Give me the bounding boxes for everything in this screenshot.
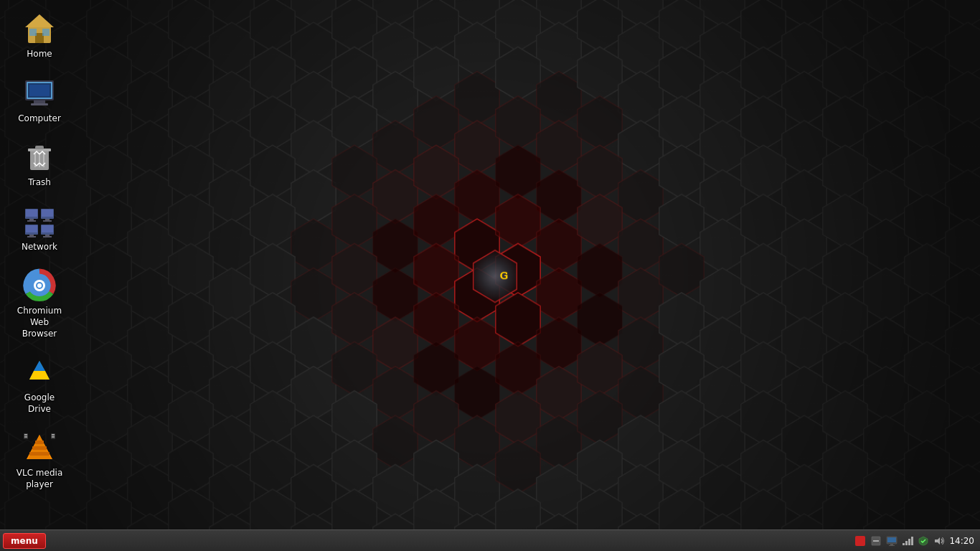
home-icon-label: Home [27,49,52,60]
svg-rect-47 [32,446,47,450]
svg-rect-54 [52,436,55,438]
googledrive-icon [22,355,57,390]
desktop: Home Computer [0,0,980,551]
taskbar-menu-button[interactable]: menu [3,533,46,549]
home-icon [22,11,57,46]
tray-display-icon[interactable] [886,535,897,547]
svg-rect-58 [887,537,896,542]
tray-signal-icon[interactable] [902,535,913,547]
vlc-icon [22,430,57,465]
svg-rect-60 [889,545,895,546]
svg-rect-10 [29,85,50,96]
vlc-icon-label: VLC media player [11,468,67,490]
svg-rect-46 [29,452,50,456]
svg-marker-43 [34,361,45,371]
googledrive-icon-label: Google Drive [11,392,67,415]
tray-red-square-icon[interactable] [854,535,866,547]
trash-icon-item[interactable]: Trash [7,136,72,193]
network-icon-item[interactable]: Network [7,200,72,258]
svg-rect-26 [26,225,37,232]
taskbar: menu [0,529,980,551]
svg-rect-61 [903,543,905,545]
chromium-icon-label: Chromium Web Browser [11,306,67,339]
chromium-icon-item[interactable]: Chromium Web Browser [7,264,72,344]
svg-rect-53 [52,434,55,435]
vlc-icon-item[interactable]: VLC media player [7,426,72,494]
tray-window-icon[interactable] [870,535,882,547]
computer-icon [22,76,57,110]
svg-point-38 [37,283,42,288]
svg-rect-63 [908,539,910,545]
desktop-icons: Home Computer [7,7,72,495]
taskbar-tray: 14:20 [854,535,980,547]
network-icon [22,204,57,239]
svg-rect-3 [29,29,37,36]
svg-rect-27 [29,235,34,236]
svg-rect-32 [43,236,52,237]
svg-rect-23 [45,219,50,220]
trash-icon-label: Trash [28,177,51,189]
trash-icon [22,140,57,174]
wallpaper [0,0,980,551]
svg-rect-4 [42,29,50,36]
svg-rect-48 [35,441,44,444]
svg-rect-50 [24,434,27,435]
svg-marker-65 [935,537,940,545]
home-icon-item[interactable]: Home [7,7,72,65]
svg-rect-13 [35,146,44,149]
svg-rect-22 [42,209,53,217]
svg-rect-8 [31,103,48,105]
svg-rect-28 [27,236,36,237]
svg-marker-1 [25,14,54,27]
svg-marker-42 [29,371,50,380]
svg-rect-24 [43,220,52,222]
svg-rect-19 [29,219,34,220]
tray-shield-icon[interactable] [918,535,929,547]
svg-rect-7 [34,100,45,103]
svg-rect-51 [24,436,27,438]
network-icon-label: Network [22,242,57,253]
svg-rect-30 [42,225,53,232]
svg-rect-20 [27,220,36,222]
chromium-icon [22,268,57,303]
svg-rect-31 [45,235,50,236]
computer-icon-item[interactable]: Computer [7,72,72,129]
svg-rect-59 [890,544,893,545]
taskbar-time: 14:20 [949,536,974,546]
svg-rect-62 [905,541,908,545]
svg-rect-64 [911,537,913,545]
tray-volume-icon[interactable] [933,535,945,547]
googledrive-icon-item[interactable]: Google Drive [7,351,72,419]
computer-icon-label: Computer [18,113,61,125]
svg-rect-18 [26,209,37,217]
